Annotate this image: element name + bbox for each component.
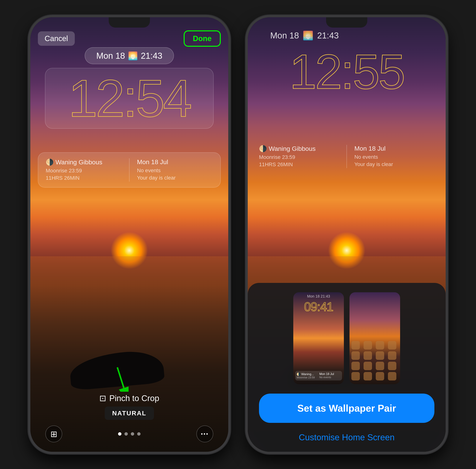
app-icon-3 — [376, 341, 384, 350]
right-moonrise-detail: 11HRS 26MIN — [259, 161, 339, 168]
right-widget-row: 🌗 Waning Gibbous Moonrise 23:59 11HRS 26… — [259, 145, 434, 168]
thumb-widget-right: Mon 18 Jul No events — [319, 372, 340, 379]
right-calendar-label: Mon 18 Jul — [354, 145, 434, 152]
app-icon-12 — [388, 362, 396, 370]
page-indicators — [118, 432, 141, 436]
calendar-label: Mon 18 Jul — [137, 158, 213, 166]
date-text: Mon 18 — [96, 51, 125, 61]
pinch-text: Pinch to Crop — [109, 394, 159, 403]
bottom-sheet: Mon 18 21:43 09:41 🌗 Waning... Moonrise … — [248, 283, 446, 452]
dot-2 — [125, 432, 128, 436]
gallery-icon: ⊞ — [50, 429, 57, 439]
no-events-text: No events — [137, 167, 213, 174]
right-top-bar: Mon 18 🌅 21:43 — [259, 30, 434, 41]
thumb-events: No events — [319, 376, 340, 379]
svg-line-1 — [117, 367, 124, 388]
filter-badge: NATURAL — [105, 406, 154, 420]
date-pill: Mon 18 🌅 21:43 — [85, 47, 174, 64]
app-icon-8 — [388, 351, 396, 360]
home-thumb-bg — [349, 292, 400, 384]
app-icon-1 — [351, 341, 360, 350]
right-moon-icon: 🌗 — [259, 145, 267, 152]
right-moon-name: Waning Gibbous — [269, 145, 316, 152]
bottom-toolbar: ⊞ ••• — [30, 425, 228, 442]
moon-name: Waning Gibbous — [55, 159, 102, 166]
gallery-button[interactable]: ⊞ — [45, 425, 62, 442]
more-button[interactable]: ••• — [196, 425, 213, 442]
lock-datetime: Mon 18 🌅 21:43 12:54 — [30, 47, 228, 129]
right-sun-icon: 🌅 — [303, 30, 313, 41]
app-icon-13 — [351, 372, 360, 381]
right-time: 21:43 — [317, 30, 339, 41]
right-moon-label: 🌗 Waning Gibbous — [259, 145, 339, 152]
time-text: 21:43 — [141, 51, 162, 61]
right-clock: 12:55 — [248, 47, 446, 96]
app-icon-4 — [388, 341, 396, 350]
app-icon-5 — [351, 351, 360, 360]
pinch-to-crop-label: ⊡ Pinch to Crop — [99, 393, 159, 403]
right-date: Mon 18 — [270, 30, 299, 41]
clock-widget: 12:54 — [45, 68, 214, 129]
app-icon-14 — [364, 372, 372, 381]
right-clear: Your day is clear — [354, 161, 434, 168]
thumb-time: 09:41 — [295, 300, 342, 314]
moonrise-text: Moonrise 23:59 — [46, 167, 122, 174]
thumb-date: Mon 18 21:43 — [295, 294, 342, 299]
right-phone: Mon 18 🌅 21:43 12:55 🌗 Waning Gibbous Mo… — [245, 15, 448, 454]
widget-row: 🌗 Waning Gibbous Moonrise 23:59 11HRS 26… — [38, 152, 221, 188]
calendar-widget: Mon 18 Jul No events Your day is clear — [137, 158, 213, 182]
dot-3 — [131, 432, 134, 436]
home-screen-thumb — [349, 292, 400, 384]
more-icon: ••• — [201, 431, 208, 437]
dot-4 — [137, 432, 141, 436]
right-calendar-widget: Mon 18 Jul No events Your day is clear — [354, 145, 434, 168]
moon-icon: 🌗 — [46, 158, 54, 166]
right-no-events: No events — [354, 153, 434, 161]
app-icon-2 — [364, 341, 372, 350]
notch-right — [326, 17, 367, 28]
lock-thumb-content: Mon 18 21:43 09:41 — [295, 294, 342, 314]
green-arrow-icon — [113, 366, 128, 392]
widget-divider — [129, 158, 129, 182]
right-moonrise: Moonrise 23:59 — [259, 153, 339, 161]
app-icon-16 — [388, 372, 396, 381]
moon-widget: 🌗 Waning Gibbous Moonrise 23:59 11HRS 26… — [46, 158, 122, 182]
left-phone: Cancel Done Mon 18 🌅 21:43 12:54 🌗 Wanin… — [28, 15, 231, 454]
app-icon-11 — [376, 362, 384, 370]
top-bar: Cancel Done — [30, 30, 228, 47]
app-icon-9 — [351, 362, 360, 370]
thumb-widget: 🌗 Waning... Moonrise 23:59 Mon 18 Jul No… — [295, 371, 342, 381]
notch — [109, 17, 150, 28]
right-date-time: Mon 18 🌅 21:43 — [270, 30, 423, 41]
lock-screen-thumb: Mon 18 21:43 09:41 🌗 Waning... Moonrise … — [293, 292, 344, 384]
thumb-widget-left: 🌗 Waning... Moonrise 23:59 — [297, 372, 318, 379]
right-moon-widget: 🌗 Waning Gibbous Moonrise 23:59 11HRS 26… — [259, 145, 339, 168]
moonrise-detail: 11HRS 26MIN — [46, 174, 122, 182]
thumb-date-lbl: Mon 18 Jul — [319, 372, 340, 376]
thumb-moon: 🌗 Waning... — [297, 372, 318, 376]
app-icon-7 — [376, 351, 384, 360]
sunrise-icon: 🌅 — [128, 51, 138, 60]
dot-1 — [118, 432, 121, 436]
crop-icon: ⊡ — [99, 393, 106, 403]
clear-text: Your day is clear — [137, 174, 213, 181]
moon-label: 🌗 Waning Gibbous — [46, 158, 122, 166]
lock-thumb-bg: Mon 18 21:43 09:41 🌗 Waning... Moonrise … — [293, 292, 344, 384]
thumb-moonrise: Moonrise 23:59 — [297, 376, 318, 379]
cancel-button[interactable]: Cancel — [38, 31, 75, 46]
app-icon-10 — [364, 362, 372, 370]
done-button[interactable]: Done — [184, 30, 221, 47]
set-wallpaper-button[interactable]: Set as Wallpaper Pair — [259, 394, 434, 423]
thumb-app-icons — [351, 341, 398, 381]
wallpaper-preview-area: Mon 18 21:43 09:41 🌗 Waning... Moonrise … — [293, 292, 400, 384]
app-icon-6 — [364, 351, 372, 360]
app-icon-15 — [376, 372, 384, 381]
customise-home-button[interactable]: Customise Home Screen — [295, 428, 398, 446]
right-widget-divider — [347, 145, 347, 168]
clock-display: 12:54 — [68, 72, 190, 125]
